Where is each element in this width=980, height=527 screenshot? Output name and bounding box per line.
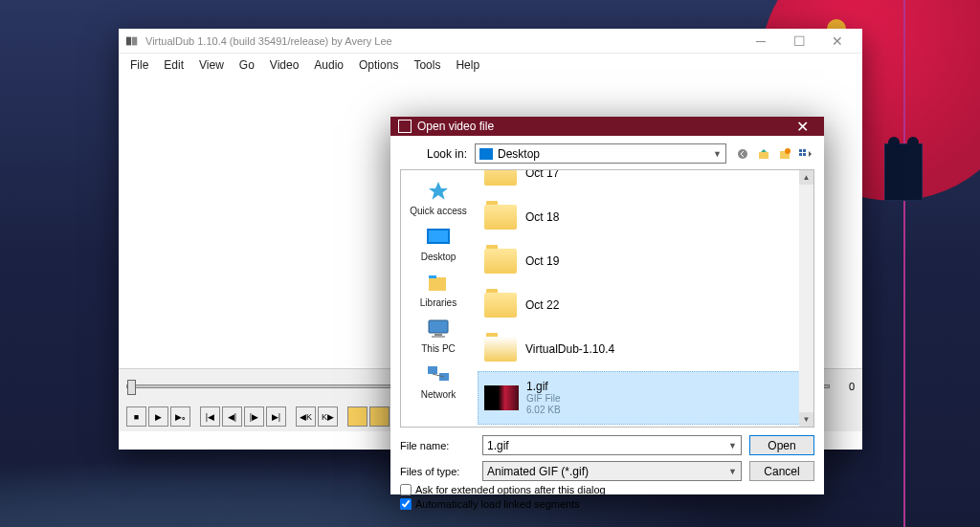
list-item[interactable]: Oct 18 xyxy=(478,195,812,239)
menu-file[interactable]: File xyxy=(122,55,156,75)
place-quick-access[interactable]: Quick access xyxy=(401,176,476,220)
star-icon xyxy=(424,180,453,203)
svg-point-5 xyxy=(785,148,791,154)
folder-icon xyxy=(483,203,518,231)
back-button[interactable] xyxy=(734,145,751,163)
menu-options[interactable]: Options xyxy=(351,55,406,75)
gif-thumbnail-icon xyxy=(484,384,519,412)
list-item[interactable]: Oct 17 xyxy=(478,170,812,195)
checkbox-input[interactable] xyxy=(400,484,412,495)
svg-rect-6 xyxy=(799,149,802,152)
main-titlebar[interactable]: VirtualDub 1.10.4 (build 35491/release) … xyxy=(119,29,862,54)
file-name-label: File name: xyxy=(400,440,475,451)
maximize-button[interactable]: ☐ xyxy=(780,29,818,54)
list-item[interactable]: Oct 22 xyxy=(478,283,812,327)
place-network[interactable]: Network xyxy=(401,360,476,404)
svg-rect-12 xyxy=(429,277,446,291)
step-back-button[interactable]: ◀| xyxy=(222,406,242,427)
view-menu-button[interactable] xyxy=(797,145,814,163)
menu-tools[interactable]: Tools xyxy=(406,55,448,75)
file-name-input[interactable]: 1.gif ▼ xyxy=(482,435,742,455)
chevron-down-icon: ▼ xyxy=(728,441,737,450)
load-linked-segments-checkbox[interactable]: Automatically load linked segments xyxy=(400,498,814,510)
desktop-icon xyxy=(424,226,453,249)
file-type-label: Files of type: xyxy=(400,466,475,477)
look-in-value: Desktop xyxy=(498,147,540,161)
play-input-button[interactable]: ▶ xyxy=(148,406,168,427)
checkbox-input[interactable] xyxy=(400,498,412,510)
app-icon xyxy=(124,33,140,49)
file-browser: Quick access Desktop Libraries This PC N… xyxy=(400,169,814,428)
folder-icon xyxy=(483,335,518,363)
scrollbar[interactable]: ▲ ▼ xyxy=(799,170,813,427)
menu-edit[interactable]: Edit xyxy=(156,55,191,75)
go-start-button[interactable]: |◀ xyxy=(200,406,220,427)
svg-rect-3 xyxy=(759,152,768,159)
libraries-icon xyxy=(424,272,453,295)
mark-out-button[interactable] xyxy=(369,406,390,427)
svg-rect-17 xyxy=(428,366,437,374)
go-end-button[interactable]: ▶| xyxy=(266,406,286,427)
frame-counter: 0 xyxy=(835,381,855,392)
menu-go[interactable]: Go xyxy=(232,55,262,75)
main-menubar: File Edit View Go Video Audio Options To… xyxy=(119,54,862,77)
place-desktop[interactable]: Desktop xyxy=(401,222,476,266)
dialog-title: Open video file xyxy=(417,120,788,133)
dialog-close-button[interactable]: ✕ xyxy=(788,117,816,136)
network-icon xyxy=(424,363,453,386)
svg-rect-1 xyxy=(132,36,137,45)
minimize-button[interactable]: ─ xyxy=(742,29,780,54)
cancel-button[interactable]: Cancel xyxy=(749,461,814,481)
list-item[interactable]: VirtualDub-1.10.4 xyxy=(478,327,812,371)
timeline-thumb[interactable] xyxy=(127,380,136,395)
scroll-up-button[interactable]: ▲ xyxy=(799,170,813,185)
dialog-title-icon xyxy=(398,120,412,133)
robot-graphic xyxy=(884,143,923,201)
svg-rect-9 xyxy=(803,153,806,156)
open-file-dialog: Open video file ✕ Look in: Desktop ▼ Qui… xyxy=(390,117,824,494)
svg-point-2 xyxy=(738,149,747,159)
menu-audio[interactable]: Audio xyxy=(306,55,351,75)
folder-icon xyxy=(483,291,518,319)
folder-icon xyxy=(483,247,518,275)
key-prev-button[interactable]: ◀K xyxy=(296,406,316,427)
scroll-down-button[interactable]: ▼ xyxy=(799,412,813,427)
pc-icon xyxy=(424,318,453,340)
place-this-pc[interactable]: This PC xyxy=(401,314,476,358)
chevron-down-icon: ▼ xyxy=(713,149,722,159)
desktop-icon xyxy=(479,148,493,160)
main-window-title: VirtualDub 1.10.4 (build 35491/release) … xyxy=(145,35,742,47)
svg-rect-13 xyxy=(429,275,436,278)
dialog-titlebar[interactable]: Open video file ✕ xyxy=(390,117,824,136)
svg-rect-15 xyxy=(434,334,442,336)
list-item-selected[interactable]: 1.gif GIF File 6.02 KB xyxy=(478,371,812,425)
svg-rect-14 xyxy=(429,320,448,333)
svg-rect-16 xyxy=(432,336,445,338)
extended-options-checkbox[interactable]: Ask for extended options after this dial… xyxy=(400,484,814,495)
new-folder-button[interactable] xyxy=(776,145,793,163)
file-list[interactable]: Oct 17 Oct 18 Oct 19 Oct 22 VirtualDub-1… xyxy=(476,170,813,427)
svg-rect-0 xyxy=(126,36,131,45)
close-button[interactable]: ✕ xyxy=(818,29,857,54)
mark-in-button[interactable] xyxy=(347,406,368,427)
place-libraries[interactable]: Libraries xyxy=(401,268,476,312)
chevron-down-icon: ▼ xyxy=(728,467,737,476)
list-item[interactable]: Oct 19 xyxy=(478,239,812,283)
svg-rect-11 xyxy=(429,231,448,242)
svg-rect-7 xyxy=(803,149,806,152)
menu-help[interactable]: Help xyxy=(448,55,487,75)
file-type-dropdown[interactable]: Animated GIF (*.gif) ▼ xyxy=(482,461,742,481)
up-one-level-button[interactable] xyxy=(755,145,772,163)
places-bar: Quick access Desktop Libraries This PC N… xyxy=(401,170,476,427)
svg-rect-8 xyxy=(799,153,802,156)
folder-icon xyxy=(483,170,518,187)
look-in-dropdown[interactable]: Desktop ▼ xyxy=(475,143,726,164)
menu-video[interactable]: Video xyxy=(262,55,306,75)
open-button[interactable]: Open xyxy=(749,435,814,455)
stop-button[interactable]: ■ xyxy=(126,406,146,427)
step-fwd-button[interactable]: |▶ xyxy=(244,406,264,427)
look-in-label: Look in: xyxy=(400,147,467,161)
key-next-button[interactable]: K▶ xyxy=(318,406,338,427)
menu-view[interactable]: View xyxy=(191,55,232,75)
play-output-button[interactable]: ▶ₒ xyxy=(170,406,190,427)
